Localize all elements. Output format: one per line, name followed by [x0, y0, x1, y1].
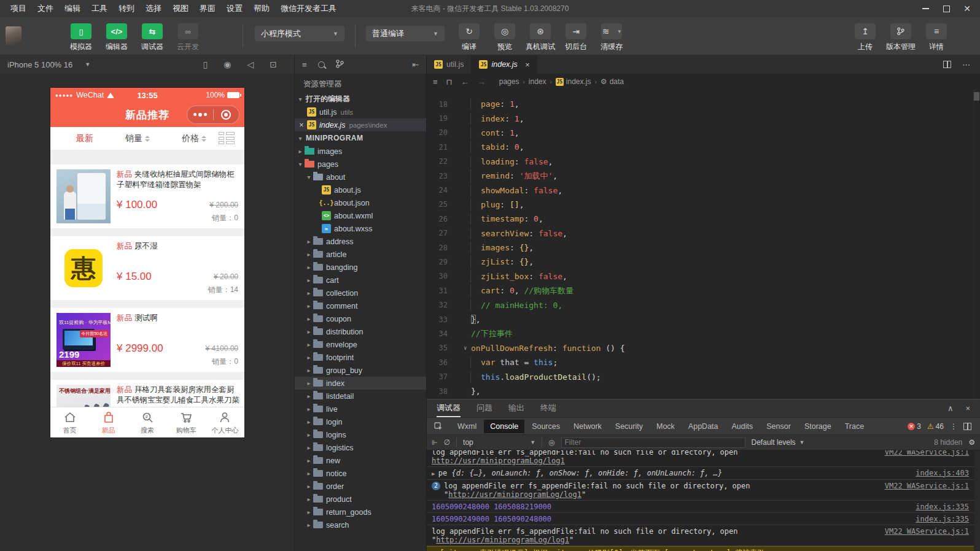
compile-dropdown[interactable]: 普通编译▼ — [366, 26, 445, 41]
tree-item-footprint[interactable]: ▸footprint — [295, 351, 426, 364]
editor-tab-util.js[interactable]: JSutil.js — [427, 55, 472, 74]
console-message[interactable]: ▶ pe {d: {…}, onLaunch: ƒ, onShow: ƒ, on… — [427, 467, 980, 480]
bookmark-icon[interactable]: ⊓ — [446, 77, 453, 87]
toolbar-button-调试器[interactable]: ⇆调试器 — [138, 23, 167, 52]
project-root-header[interactable]: ▾ MINIPROGRAM — [295, 131, 426, 145]
menu-item-编辑[interactable]: 编辑 — [59, 0, 86, 17]
console-message[interactable]: 1605090249000 1605090248000index.js:335 — [427, 513, 980, 525]
devtools-tab-Console[interactable]: Console — [484, 420, 524, 433]
tree-item-logistics[interactable]: ▸logistics — [295, 441, 426, 454]
maximize-button[interactable] — [937, 0, 955, 17]
sort-tab-最新[interactable]: 最新 — [76, 133, 93, 144]
tree-item-listdetail[interactable]: ▸listdetail — [295, 390, 426, 403]
tree-item-return_goods[interactable]: ▸return_goods — [295, 506, 426, 518]
toolbar-button-上传[interactable]: ↥上传 — [850, 23, 880, 52]
console-link[interactable]: http://usr/miniprogramLog/log1 — [448, 490, 581, 499]
console-sidebar-toggle-icon[interactable]: ⊩ — [432, 439, 438, 447]
breadcrumb-item-index.js[interactable]: JSindex.js — [556, 77, 591, 86]
console-source-link[interactable]: VM22 WAService.js:1 — [885, 450, 969, 457]
code-editor[interactable]: 18page: 1,19index: 1,20cont: 1,21tabid: … — [427, 90, 980, 399]
tree-item-about.wxml[interactable]: <>about.wxml — [295, 209, 426, 222]
collapse-panel-icon[interactable]: ⇤ — [412, 60, 419, 69]
close-panel-icon[interactable]: × — [965, 404, 970, 413]
devtools-tab-Mock[interactable]: Mock — [650, 420, 681, 433]
tree-item-bangding[interactable]: ▸bangding — [295, 261, 426, 274]
sort-tab-销量[interactable]: 销量 — [125, 133, 150, 144]
tree-item-address[interactable]: ▸address — [295, 235, 426, 248]
debugger-tab-输出[interactable]: 输出 — [508, 399, 524, 417]
toolbar-button-切后台[interactable]: ⇥切后台 — [561, 23, 591, 52]
devtools-tab-Storage[interactable]: Storage — [798, 420, 838, 433]
tree-item-article[interactable]: ▸article — [295, 248, 426, 261]
devtools-tab-Sensor[interactable]: Sensor — [760, 420, 797, 433]
outline-icon[interactable]: ≡ — [433, 77, 438, 87]
console-link[interactable]: http://usr/miniprogramLog/log1 — [436, 536, 569, 544]
toolbar-button-版本管理[interactable]: 版本管理 — [886, 23, 916, 52]
tree-item-group_buy[interactable]: ▸group_buy — [295, 364, 426, 377]
phone-tab-首页[interactable]: 首页 — [50, 407, 89, 437]
log-levels-selector[interactable]: Default levels▼ — [752, 438, 805, 447]
close-button[interactable]: ✕ — [958, 0, 976, 17]
tree-item-product[interactable]: ▸product — [295, 493, 426, 506]
tree-item-notice[interactable]: ▸notice — [295, 467, 426, 480]
multi-window-icon[interactable]: ⊡ — [270, 60, 277, 69]
device-selector[interactable]: iPhone 5 100% 16▼ — [0, 60, 90, 69]
tree-item-cart[interactable]: ▸cart — [295, 274, 426, 287]
exit-minip-button[interactable] — [214, 110, 239, 120]
split-editor-icon[interactable] — [943, 61, 951, 68]
devtools-tab-Network[interactable]: Network — [567, 420, 608, 433]
menu-item-文件[interactable]: 文件 — [32, 0, 59, 17]
dock-side-icon[interactable] — [963, 423, 971, 430]
search-icon[interactable] — [318, 61, 325, 68]
devtools-tab-Wxml[interactable]: Wxml — [451, 420, 483, 433]
console-message[interactable]: log appendFile err fs_appendFile:fail no… — [427, 450, 980, 467]
tree-item-live[interactable]: ▸live — [295, 403, 426, 415]
toolbar-button-编译[interactable]: ↻编译 — [454, 23, 484, 52]
user-avatar[interactable] — [6, 26, 21, 45]
more-menu-button[interactable] — [187, 113, 213, 117]
product-card[interactable]: 惠新品尿不湿¥ 15.00¥ 20.00销量：14 — [50, 236, 244, 300]
tree-item-comment[interactable]: ▸comment — [295, 299, 426, 312]
console-source-link[interactable]: index.js:403 — [916, 469, 969, 477]
product-card[interactable]: 不锈钢组合·满足家用新品拜格刀具套装厨房家用全套厨具不锈钢宝宝婴儿辅食工具水果刀… — [50, 380, 244, 407]
mode-dropdown[interactable]: 小程序模式▼ — [255, 26, 344, 41]
console-message[interactable]: log appendFile err fs_appendFile:fail no… — [427, 525, 980, 546]
eye-icon[interactable]: ◎ — [548, 438, 554, 447]
tree-item-about[interactable]: ▾about — [295, 171, 426, 183]
record-icon[interactable]: ◉ — [224, 60, 231, 69]
more-actions-icon[interactable]: ⋯ — [962, 60, 970, 69]
phone-tab-新品[interactable]: 新品 — [89, 407, 128, 437]
devtools-tab-AppData[interactable]: AppData — [682, 420, 725, 433]
tree-item-distribution[interactable]: ▸distribution — [295, 325, 426, 338]
breadcrumb-item-index[interactable]: index — [529, 77, 546, 86]
tree-item-pages[interactable]: ▾pages — [295, 158, 426, 171]
debugger-tab-调试器[interactable]: 调试器 — [437, 399, 461, 417]
open-editors-header[interactable]: ▾ 打开的编辑器 — [295, 92, 426, 106]
product-card[interactable]: 新品夹缝收纳柜抽屉式间隙储物柜子塑料窄缝箱缝隙置物架20/25/35cm宽¥ 1… — [50, 164, 244, 228]
phone-tab-搜索[interactable]: 搜索 — [128, 407, 166, 437]
menu-item-微信开发者工具[interactable]: 微信开发者工具 — [275, 0, 342, 17]
tree-item-coupon[interactable]: ▸coupon — [295, 312, 426, 325]
menu-item-帮助[interactable]: 帮助 — [248, 0, 275, 17]
product-card[interactable]: 双11提前购 · 华为平板M6今日前50名送2199保价双11 买贵退差价新品测… — [50, 308, 244, 372]
toolbar-button-清缓存[interactable]: ≋▾清缓存 — [597, 23, 626, 52]
console-source-link[interactable]: index.js:335 — [916, 515, 969, 523]
tree-item-about.js[interactable]: JSabout.js — [295, 183, 426, 196]
close-icon[interactable]: × — [297, 121, 306, 129]
error-count-badge[interactable]: ✕3 — [908, 422, 921, 431]
phone-tab-购物车[interactable]: 购物车 — [167, 407, 206, 437]
toolbar-button-编辑器[interactable]: </>编辑器 — [102, 23, 131, 52]
devtools-tab-Sources[interactable]: Sources — [526, 420, 566, 433]
breadcrumb-item-pages[interactable]: pages — [499, 77, 519, 86]
toolbar-button-详情[interactable]: ≡详情 — [922, 23, 951, 52]
tree-item-about.json[interactable]: {..}about.json — [295, 196, 426, 209]
toolbar-button-云开发[interactable]: ∞云开发 — [173, 23, 203, 52]
layout-toggle-icon[interactable] — [219, 132, 235, 145]
tree-item-collection[interactable]: ▸collection — [295, 287, 426, 299]
console-source-link[interactable]: index.js:335 — [916, 503, 969, 511]
open-editor-util.js[interactable]: JSutil.jsutils — [295, 106, 426, 118]
tree-item-envelope[interactable]: ▸envelope — [295, 338, 426, 351]
console-message[interactable]: ⚠[sitemap 索引情况提示] 根据 sitemap 的规则[0]，当前页面… — [427, 546, 980, 551]
tree-item-login[interactable]: ▸login — [295, 415, 426, 428]
menu-item-视图[interactable]: 视图 — [167, 0, 194, 17]
